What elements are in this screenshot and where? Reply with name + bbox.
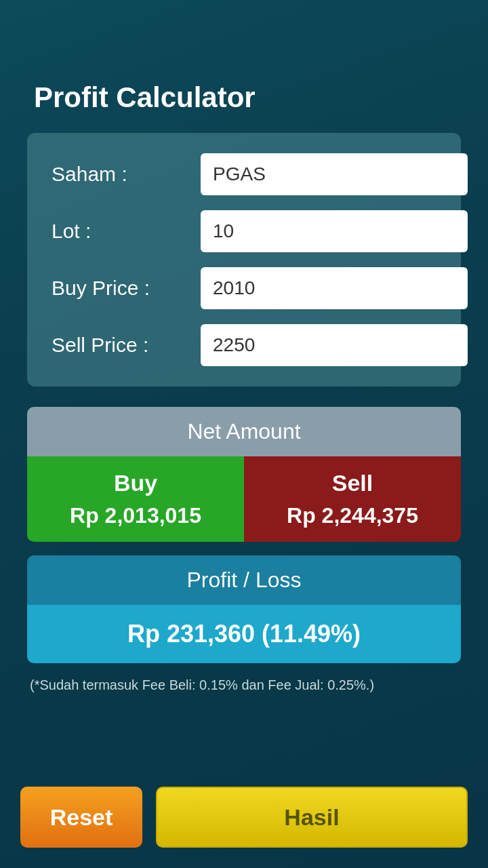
net-sell-label: Sell <box>332 470 373 496</box>
lot-input[interactable] <box>201 210 468 252</box>
lot-label: Lot : <box>52 220 201 243</box>
net-buy-value: Rp 2,013,015 <box>70 503 201 528</box>
page-title: Profit Calculator <box>34 81 256 114</box>
profit-loss-card: Profit / Loss Rp 231,360 (11.49%) <box>27 555 461 663</box>
sell-price-label: Sell Price : <box>52 334 201 357</box>
net-buy-label: Buy <box>114 470 157 496</box>
saham-row: Saham : <box>52 153 436 195</box>
buy-price-input[interactable] <box>201 267 468 309</box>
buy-price-row: Buy Price : <box>52 267 436 309</box>
hasil-button[interactable]: Hasil <box>156 787 468 848</box>
lot-row: Lot : <box>52 210 436 252</box>
saham-label: Saham : <box>52 163 201 186</box>
net-amount-body: Buy Rp 2,013,015 Sell Rp 2,244,375 <box>27 456 461 542</box>
saham-input[interactable] <box>201 153 468 195</box>
footnote: (*Sudah termasuk Fee Beli: 0.15% dan Fee… <box>30 675 374 694</box>
sell-price-input[interactable] <box>201 324 468 366</box>
profit-loss-value: Rp 231,360 (11.49%) <box>27 605 461 663</box>
net-sell-col: Sell Rp 2,244,375 <box>244 456 461 542</box>
net-buy-col: Buy Rp 2,013,015 <box>27 456 244 542</box>
net-amount-card: Net Amount Buy Rp 2,013,015 Sell Rp 2,24… <box>27 407 461 542</box>
bottom-buttons: Reset Hasil <box>0 774 488 868</box>
sell-price-row: Sell Price : <box>52 324 436 366</box>
input-card: Saham : Lot : Buy Price : Sell Price : <box>27 133 461 387</box>
buy-price-label: Buy Price : <box>52 277 201 300</box>
profit-loss-header: Profit / Loss <box>27 555 461 605</box>
reset-button[interactable]: Reset <box>20 787 142 848</box>
net-sell-value: Rp 2,244,375 <box>287 503 418 528</box>
net-amount-header: Net Amount <box>27 407 461 456</box>
